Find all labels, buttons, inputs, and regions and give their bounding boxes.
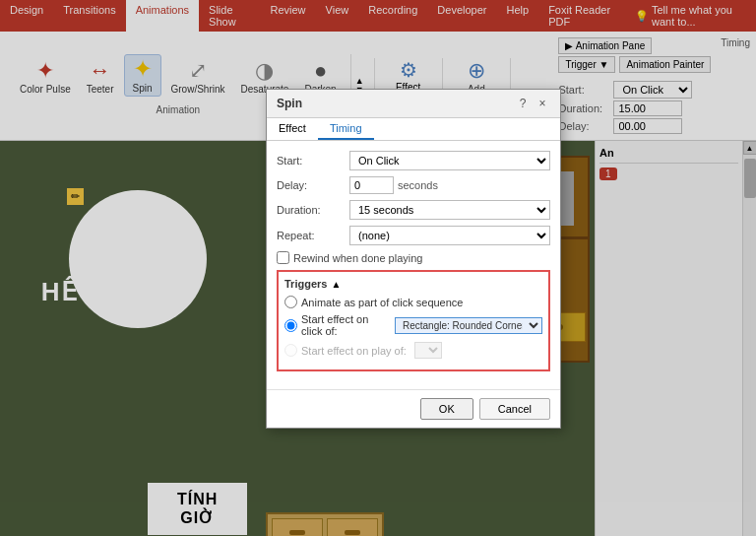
triggers-section: Triggers ▲ Animate as part of click sequ… [277, 270, 550, 371]
dialog-overlay: Spin ? × Effect Timing Start: On Click W… [0, 0, 756, 536]
spin-dialog: Spin ? × Effect Timing Start: On Click W… [266, 89, 561, 429]
start-label: Start: [277, 155, 346, 167]
start-play-of-label: Start effect on play of: [301, 345, 407, 357]
repeat-row: Repeat: (none) 2 3 Until Next Click [277, 226, 550, 245]
repeat-select[interactable]: (none) 2 3 Until Next Click [349, 226, 550, 245]
start-select[interactable]: On Click With Previous After Previous [349, 151, 550, 170]
ok-button[interactable]: OK [420, 398, 473, 420]
dialog-titlebar: Spin ? × [267, 90, 560, 118]
triggers-header: Triggers ▲ [284, 278, 542, 290]
dialog-tab-timing[interactable]: Timing [318, 118, 374, 140]
dialog-title: Spin [277, 97, 302, 110]
delay-input[interactable] [349, 176, 394, 194]
delay-unit: seconds [398, 179, 438, 191]
triggers-label: Triggers [284, 278, 327, 290]
play-of-select [414, 342, 442, 359]
repeat-label: Repeat: [277, 230, 346, 241]
dialog-close-button[interactable]: × [535, 96, 550, 111]
start-play-of-row: Start effect on play of: [284, 342, 542, 359]
rewind-row: Rewind when done playing [277, 251, 550, 264]
delay-row: Delay: seconds [277, 176, 550, 194]
dialog-body: Start: On Click With Previous After Prev… [267, 141, 560, 389]
cancel-button[interactable]: Cancel [479, 398, 550, 420]
rewind-checkbox[interactable] [277, 251, 289, 264]
dialog-tabs: Effect Timing [267, 118, 560, 141]
animate-click-row: Animate as part of click sequence [284, 296, 542, 308]
start-click-of-row: Start effect on click of: Rectangle: Rou… [284, 313, 542, 337]
triggers-collapse-icon[interactable]: ▲ [331, 279, 341, 290]
dialog-controls: ? × [515, 96, 550, 111]
click-of-select[interactable]: Rectangle: Rounded Corners 2 Rectangle: … [395, 317, 542, 334]
duration-label: Duration: [277, 204, 346, 216]
delay-label: Delay: [277, 179, 346, 191]
start-play-of-radio[interactable] [284, 344, 297, 357]
start-click-of-radio[interactable] [284, 319, 297, 332]
dialog-question-button[interactable]: ? [515, 96, 531, 111]
start-row: Start: On Click With Previous After Prev… [277, 151, 550, 170]
rewind-label: Rewind when done playing [293, 252, 422, 264]
start-click-of-label: Start effect on click of: [301, 313, 387, 337]
dialog-tab-effect[interactable]: Effect [267, 118, 318, 140]
dialog-footer: OK Cancel [267, 389, 560, 428]
animate-click-label: Animate as part of click sequence [301, 297, 463, 308]
duration-select[interactable]: 15 seconds 1 second 2 seconds 5 seconds [349, 200, 550, 220]
animate-click-radio[interactable] [284, 296, 297, 308]
duration-row: Duration: 15 seconds 1 second 2 seconds … [277, 200, 550, 220]
